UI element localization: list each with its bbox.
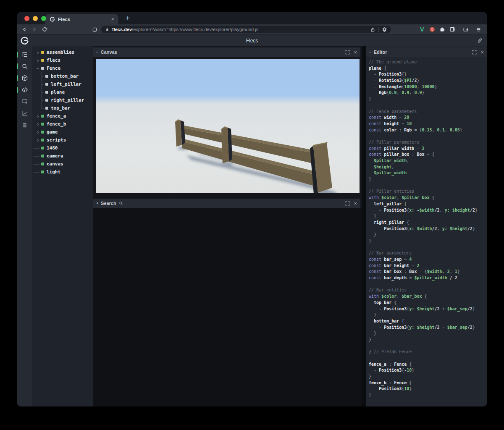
fence-middle-pillar [221, 126, 232, 163]
entity-square-icon [45, 83, 48, 86]
extensions-puzzle-icon[interactable] [437, 24, 447, 34]
search-panel-body[interactable] [93, 208, 362, 406]
back-icon[interactable] [19, 24, 29, 34]
code-line [369, 133, 487, 139]
inspector-icon[interactable] [17, 96, 32, 108]
close-panel-icon[interactable]: × [354, 201, 357, 206]
chevron-right-icon[interactable]: › [36, 50, 40, 55]
search-panel-header[interactable]: Search × [93, 199, 360, 208]
editor-panel-header[interactable]: › Editor × [366, 47, 487, 57]
forward-icon[interactable] [29, 24, 39, 34]
tree-item-right_pillar[interactable]: right_pillar [32, 96, 93, 104]
tree-item-label: top_bar [51, 105, 70, 111]
panel-dot-icon[interactable] [97, 202, 98, 204]
code-line: const bar_height = 2 [369, 263, 487, 269]
tree-item-label: assemblies [47, 50, 74, 55]
tab-close-icon[interactable]: × [111, 16, 114, 22]
code-line: - Rgb{0.9, 0.9, 0.9} [369, 90, 487, 96]
tree-leaf-line [36, 168, 40, 176]
code-line: } // Prefab Fence [369, 349, 487, 355]
chevron-right-icon[interactable]: › [36, 138, 40, 143]
entity-square-icon [41, 51, 44, 54]
tree-item-plane[interactable]: plane [32, 88, 93, 96]
code-line: const bar_depth = $pillar_width / 2 [369, 275, 487, 281]
left-icon-strip [17, 46, 32, 406]
sidebar-toggle-icon[interactable] [447, 24, 457, 34]
tree-item-assemblies[interactable]: ›assemblies [32, 48, 93, 56]
chevron-down-icon[interactable]: › [35, 66, 40, 71]
code-line: bottom_bar { [369, 318, 487, 325]
url-host: flecs.dev [112, 27, 132, 32]
chevron-right-icon[interactable]: › [36, 122, 40, 127]
code-line: const pillar_box : Box = { [369, 152, 487, 158]
close-panel-icon[interactable]: × [354, 50, 357, 55]
tree-item-fence_b[interactable]: ›fence_b [32, 120, 93, 128]
tree-item-label: scripts [47, 137, 66, 143]
code-line: } [369, 213, 487, 220]
tree-item-1460[interactable]: 1460 [32, 144, 93, 152]
browser-tab[interactable]: Flecs × [45, 14, 118, 24]
tree-leaf-line [36, 144, 40, 152]
url-text: flecs.dev/explorer/?wasm=https://www.fle… [112, 27, 258, 32]
script-editor-icon[interactable] [17, 84, 32, 96]
tree-item-left_pillar[interactable]: left_pillar [32, 80, 93, 88]
close-window-button[interactable] [24, 16, 29, 21]
new-tab-button[interactable]: + [123, 13, 133, 23]
zoom-window-button[interactable] [41, 16, 46, 21]
tree-item-top_bar[interactable]: top_bar [32, 104, 93, 112]
fullscreen-icon[interactable] [345, 201, 350, 206]
code-line [369, 343, 487, 349]
wallet-icon[interactable] [461, 24, 471, 34]
code-line: - Position3{-10} [369, 367, 487, 374]
canvas-panel-header[interactable]: › Canvas × [93, 47, 360, 57]
tree-item-camera[interactable]: camera [32, 152, 93, 160]
bookmark-icon[interactable] [89, 24, 100, 34]
tree-item-flecs[interactable]: ›flecs [32, 56, 93, 64]
search-icon [119, 201, 123, 205]
tree-item-light[interactable]: light [32, 168, 93, 176]
share-icon[interactable] [370, 27, 375, 32]
flecs-logo-icon[interactable] [20, 36, 29, 45]
reload-icon[interactable] [39, 24, 50, 34]
code-line: - Position3{10} [369, 386, 487, 392]
code-editor[interactable]: // The ground planeplane { - Position3{}… [366, 57, 487, 406]
menu-icon[interactable] [473, 24, 483, 34]
fullscreen-icon[interactable] [345, 50, 350, 55]
scene-icon[interactable] [17, 72, 32, 84]
tree-item-game[interactable]: ›game [32, 128, 93, 136]
commands-icon[interactable] [17, 119, 32, 131]
minimize-window-button[interactable] [33, 16, 38, 21]
chevron-down-icon[interactable]: › [368, 51, 373, 53]
chevron-right-icon[interactable]: › [36, 114, 40, 119]
code-line: // Pillar parameters [369, 139, 487, 146]
tree-item-Fence[interactable]: ›Fence [32, 64, 93, 72]
tree-item-scripts[interactable]: ›scripts [32, 136, 93, 144]
chevron-right-icon[interactable]: › [36, 58, 40, 63]
code-line: } [369, 374, 487, 380]
entity-square-icon [41, 147, 44, 149]
extension-icons: V [417, 24, 483, 34]
entity-tree-icon[interactable] [17, 49, 32, 60]
editor-column: › Editor × // The ground planeplane { - … [366, 46, 487, 406]
close-panel-icon[interactable]: × [480, 50, 484, 55]
code-line: fence_a : Fence { [369, 362, 487, 368]
code-line: const color : Rgb = {0.15, 0.1, 0.05} [369, 127, 487, 134]
stats-icon[interactable] [17, 108, 32, 119]
vue-devtools-icon[interactable]: V [417, 24, 427, 34]
fullscreen-icon[interactable] [472, 50, 477, 55]
url-bar[interactable]: flecs.dev/explorer/?wasm=https://www.fle… [101, 26, 391, 33]
tree-item-canvas[interactable]: canvas [32, 160, 93, 168]
brave-shield-icon[interactable] [382, 27, 387, 32]
chevron-right-icon[interactable]: › [36, 130, 40, 135]
entity-square-icon [41, 115, 44, 118]
code-line: - Rotation3{$PI/2} [369, 78, 487, 84]
link-icon[interactable] [477, 37, 483, 44]
tree-item-bottom_bar[interactable]: bottom_bar [32, 72, 93, 80]
chevron-down-icon[interactable]: › [95, 51, 100, 53]
code-line: // Pillar entities [369, 189, 487, 195]
search-icon[interactable] [17, 60, 32, 72]
tree-item-fence_a[interactable]: ›fence_a [32, 112, 93, 120]
3d-viewport[interactable] [96, 59, 360, 193]
adblock-icon[interactable] [427, 24, 437, 34]
code-line: top_bar { [369, 300, 487, 306]
